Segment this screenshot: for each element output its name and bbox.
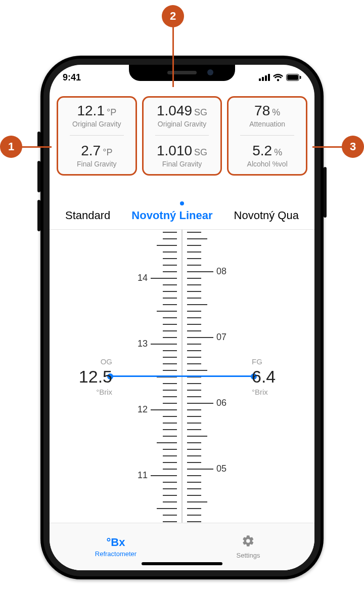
ruler-tick — [151, 475, 177, 476]
ruler-tick — [187, 442, 201, 443]
ruler-tick — [187, 409, 201, 410]
svg-rect-6 — [300, 76, 301, 79]
ruler-tick — [187, 469, 213, 470]
card-bot-label: Final Gravity — [162, 160, 202, 168]
ruler-tick — [187, 363, 201, 364]
ruler-tick — [163, 423, 177, 424]
card-top-label: Original Gravity — [72, 120, 121, 128]
ruler-label: 12 — [138, 404, 148, 415]
ruler-tick — [163, 403, 177, 404]
ruler-label: 08 — [216, 266, 226, 277]
status-time: 9:41 — [63, 72, 81, 83]
ruler-tick — [187, 278, 201, 279]
ruler-label: 05 — [216, 464, 226, 474]
ruler-tick — [187, 304, 207, 305]
home-indicator[interactable] — [142, 562, 222, 565]
ruler-tick — [187, 245, 201, 246]
card-attenuation-abv[interactable]: 78% Attenuation 5.2% Alcohol %vol — [227, 96, 307, 176]
ruler-tick — [163, 436, 177, 437]
ruler-tick — [163, 350, 177, 351]
ruler-tick — [163, 521, 177, 522]
reading-value: 6.4 — [252, 366, 307, 386]
ruler-tick — [163, 482, 177, 483]
ruler-label: 13 — [138, 339, 148, 349]
ruler-tick — [163, 515, 177, 516]
cellular-icon — [259, 74, 270, 81]
mode-novotny-quadratic[interactable]: Novotný Qua — [234, 209, 299, 222]
ruler-tick — [151, 409, 177, 410]
card-top-unit: °P — [107, 107, 116, 118]
phone-camera — [207, 69, 213, 75]
ruler-tick — [163, 317, 177, 318]
ruler-tick — [157, 311, 177, 312]
svg-rect-1 — [262, 77, 264, 81]
card-bot-label: Alcohol %vol — [247, 160, 288, 168]
mode-standard[interactable]: Standard — [65, 209, 110, 222]
ruler-tick — [163, 469, 177, 470]
card-bot-unit: °P — [103, 147, 112, 158]
mode-selector[interactable]: Standard Novotný Linear Novotný Qua — [50, 201, 314, 230]
card-top-label: Original Gravity — [158, 120, 206, 128]
ruler-tick — [163, 495, 177, 496]
reading-unit: °Brix — [57, 387, 112, 396]
ruler-tick — [163, 462, 177, 463]
reading-tag: OG — [57, 357, 112, 365]
card-top-value: 78 — [254, 103, 270, 119]
tab-label: Refractometer — [95, 550, 136, 558]
refractometer-ruler[interactable]: 11121314 05060708 OG 12.5 °Brix FG 6.4 °… — [50, 230, 314, 523]
ruler-tick — [187, 403, 213, 404]
mode-novotny-linear[interactable]: Novotný Linear — [131, 209, 212, 222]
ruler-tick — [187, 350, 201, 351]
ruler-tick — [157, 245, 177, 246]
page-indicator-dot — [180, 201, 184, 205]
ruler-tick — [187, 436, 207, 437]
ruler-tick — [187, 370, 207, 371]
reading-og: OG 12.5 °Brix — [57, 357, 112, 396]
ruler-tick — [163, 390, 177, 391]
ruler-tick — [151, 278, 177, 279]
gear-icon — [242, 534, 255, 551]
ruler-tick — [187, 344, 201, 345]
annotation-badge-1: 1 — [0, 136, 22, 158]
ruler-tick — [163, 232, 177, 233]
ruler-tick — [163, 324, 177, 325]
svg-rect-5 — [287, 75, 298, 80]
ruler-tick — [187, 383, 201, 384]
svg-rect-3 — [268, 74, 270, 81]
ruler-tick — [163, 337, 177, 338]
ruler-tick — [187, 462, 201, 463]
card-bot-value: 1.010 — [157, 143, 192, 159]
card-bot-label: Final Gravity — [77, 160, 117, 168]
ruler-label: 06 — [216, 398, 226, 408]
ruler-tick — [163, 271, 177, 272]
annotation-line — [21, 146, 52, 148]
ruler-label: 14 — [138, 273, 148, 283]
ruler-tick — [163, 396, 177, 397]
reading-fg: FG 6.4 °Brix — [252, 357, 307, 396]
card-plato-gravity[interactable]: 12.1°P Original Gravity 2.7°P Final Grav… — [57, 96, 137, 176]
annotation-badge-2: 2 — [162, 5, 184, 27]
ruler-tick — [163, 284, 177, 285]
ruler-tick — [187, 508, 201, 509]
ruler-tick — [187, 390, 201, 391]
annotation-line — [172, 26, 174, 87]
card-top-value: 1.049 — [157, 103, 192, 119]
card-top-label: Attenuation — [249, 120, 285, 128]
ruler-tick — [187, 396, 201, 397]
ruler-tick — [187, 455, 201, 456]
ruler-tick — [187, 515, 201, 516]
ruler-label: 07 — [216, 332, 226, 343]
ruler-tick — [187, 429, 201, 430]
annotation-badge-3: 3 — [342, 136, 364, 158]
summary-cards: 12.1°P Original Gravity 2.7°P Final Grav… — [57, 96, 307, 176]
ruler-tick — [163, 330, 177, 331]
ruler-tick — [187, 475, 201, 476]
card-bot-unit: % — [274, 147, 282, 158]
card-sg-gravity[interactable]: 1.049SG Original Gravity 1.010SG Final G… — [142, 96, 222, 176]
ruler-tick — [163, 449, 177, 450]
ruler-tick — [163, 501, 177, 502]
ruler-tick — [187, 521, 201, 522]
ruler-tick — [163, 429, 177, 430]
ruler-tick — [187, 357, 201, 358]
refractometer-icon: °Bx — [107, 536, 125, 549]
